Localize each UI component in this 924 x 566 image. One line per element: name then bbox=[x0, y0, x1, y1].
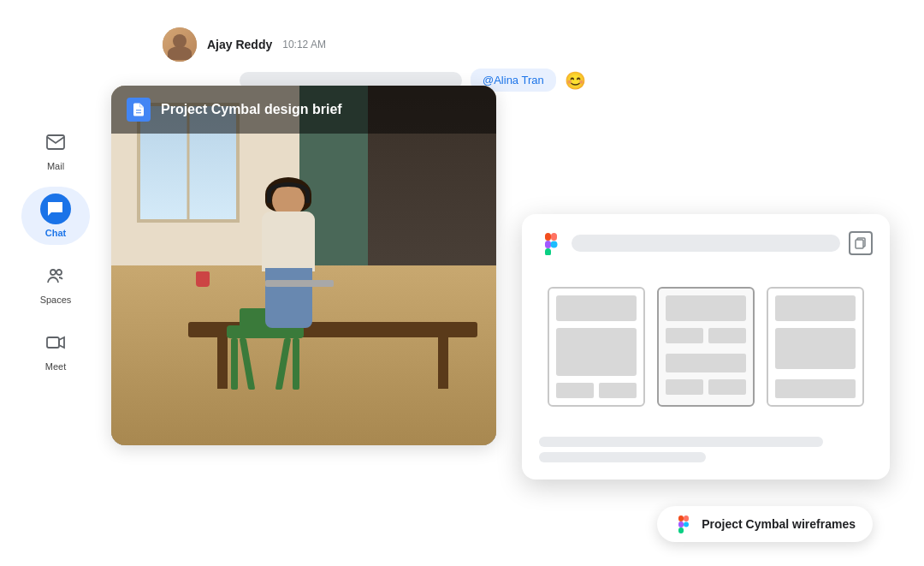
wireframe-box-2 bbox=[657, 287, 755, 407]
svg-rect-6 bbox=[545, 233, 551, 241]
message-header: Ajay Reddy 10:12 AM bbox=[163, 27, 326, 62]
wireframe-box-1 bbox=[548, 287, 645, 407]
figma-logo bbox=[539, 231, 563, 255]
message-emoji: 😊 bbox=[565, 70, 586, 91]
wf-mid-3 bbox=[775, 328, 856, 369]
mail-label: Mail bbox=[47, 161, 64, 171]
figma-footer-line2 bbox=[539, 452, 706, 462]
wf-top-3 bbox=[775, 295, 856, 321]
svg-point-17 bbox=[684, 522, 689, 527]
svg-point-10 bbox=[551, 241, 558, 248]
room-scene bbox=[111, 86, 496, 445]
wf-cell-2b bbox=[708, 328, 746, 343]
person-legs bbox=[265, 268, 312, 328]
person bbox=[246, 184, 332, 355]
figma-card-inner bbox=[522, 214, 890, 480]
copy-icon bbox=[855, 237, 867, 249]
wf-small-2 bbox=[666, 354, 746, 372]
mail-icon bbox=[45, 132, 66, 152]
person-body bbox=[262, 212, 315, 271]
person-headphones bbox=[267, 182, 310, 203]
wf-row-1 bbox=[556, 383, 637, 398]
wf-small-3 bbox=[775, 379, 856, 398]
laptop bbox=[265, 280, 334, 287]
docs-icon-svg bbox=[131, 102, 146, 117]
doc-icon bbox=[127, 98, 151, 122]
svg-point-1 bbox=[50, 270, 56, 275]
svg-rect-9 bbox=[545, 248, 551, 255]
doc-title: Project Cymbal design brief bbox=[161, 102, 342, 117]
svg-rect-12 bbox=[856, 240, 863, 248]
mug bbox=[196, 271, 210, 287]
chat-label: Chat bbox=[45, 228, 66, 238]
sidebar-item-spaces[interactable]: Spaces bbox=[21, 253, 90, 312]
meet-label: Meet bbox=[45, 361, 66, 372]
wf-top-1 bbox=[556, 295, 637, 321]
wf-row-2b bbox=[666, 379, 746, 395]
wf-cell-2c bbox=[666, 379, 703, 395]
sender-name: Ajay Reddy bbox=[207, 38, 272, 51]
svg-point-2 bbox=[56, 270, 62, 275]
mail-icon-wrap bbox=[40, 127, 71, 158]
figma-header-row bbox=[539, 231, 873, 255]
sidebar-item-mail[interactable]: Mail bbox=[21, 120, 90, 178]
wf-row-2a bbox=[666, 328, 746, 343]
figma-url-bar bbox=[572, 235, 840, 252]
spaces-icon bbox=[45, 265, 66, 286]
meet-icon bbox=[45, 332, 66, 353]
project-label: Project Cymbal wireframes bbox=[657, 506, 873, 542]
spaces-icon-wrap bbox=[40, 260, 71, 291]
wf-cell-2d bbox=[708, 379, 746, 395]
avatar-image bbox=[163, 27, 197, 62]
sidebar-item-chat[interactable]: Chat bbox=[21, 187, 90, 245]
project-label-text: Project Cymbal wireframes bbox=[702, 517, 856, 531]
spaces-label: Spaces bbox=[40, 295, 72, 305]
svg-rect-3 bbox=[47, 337, 59, 348]
wf-cell-1a bbox=[556, 383, 594, 398]
figma-card[interactable] bbox=[522, 214, 890, 480]
wf-cell-2a bbox=[666, 328, 703, 343]
wf-mid-1 bbox=[556, 328, 637, 376]
main-scene: Mail Chat Spaces bbox=[0, 0, 924, 566]
meet-icon-wrap bbox=[40, 327, 71, 358]
sidebar-item-meet[interactable]: Meet bbox=[21, 320, 90, 378]
svg-rect-8 bbox=[545, 241, 551, 248]
chat-icon bbox=[45, 199, 66, 219]
doc-card-header: Project Cymbal design brief bbox=[111, 86, 496, 134]
svg-rect-13 bbox=[678, 515, 684, 521]
doc-card[interactable]: Project Cymbal design brief bbox=[111, 86, 496, 445]
svg-rect-14 bbox=[684, 515, 689, 521]
sidebar: Mail Chat Spaces bbox=[0, 0, 111, 566]
chat-icon-wrap bbox=[40, 194, 71, 224]
figma-footer bbox=[539, 437, 873, 462]
avatar bbox=[163, 27, 197, 62]
svg-rect-7 bbox=[551, 233, 557, 241]
project-label-figma-icon bbox=[674, 515, 693, 533]
figma-copy-button[interactable] bbox=[849, 231, 873, 255]
wf-cell-1b bbox=[599, 383, 637, 398]
svg-rect-16 bbox=[678, 527, 684, 533]
message-timestamp: 10:12 AM bbox=[282, 39, 326, 51]
svg-rect-15 bbox=[678, 521, 684, 527]
chair-leg bbox=[231, 338, 238, 390]
wireframe-box-3 bbox=[767, 287, 864, 407]
figma-wireframes bbox=[539, 269, 873, 425]
figma-footer-line1 bbox=[539, 437, 823, 447]
wf-top-2 bbox=[666, 295, 746, 321]
